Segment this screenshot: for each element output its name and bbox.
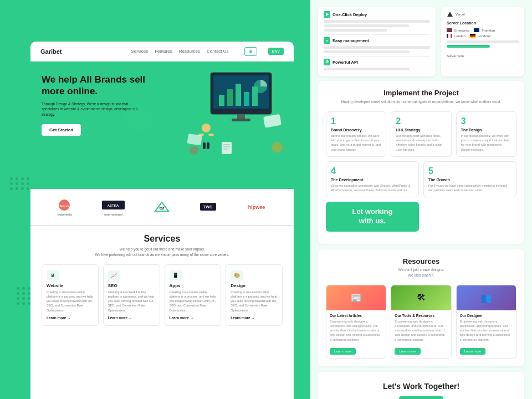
step-3-number: 3	[461, 116, 511, 126]
service-name-website: Website	[47, 283, 94, 288]
nav-link-services[interactable]: Services	[131, 49, 149, 54]
designer-content: Our Designer Empowering web designers, d…	[457, 310, 516, 358]
server-row-1: Enterprise Frankfurt	[447, 28, 519, 32]
flag-uk	[474, 28, 479, 32]
deploy-card-2-title: ≡ Easy management	[324, 37, 430, 44]
design-icon: 🎨	[231, 270, 243, 280]
steps-grid: 1 Brand Discovery Before starting any pr…	[326, 111, 516, 157]
deploy-line-1	[324, 20, 430, 23]
svg-rect-14	[203, 142, 206, 149]
step-5-title: The Growth	[428, 178, 511, 182]
services-subtitle: We help you to get it out there and make…	[42, 247, 283, 258]
let-working-card: Let workingwith us.	[326, 202, 419, 232]
implement-section: Implement the Project Having developed s…	[318, 81, 524, 244]
designer-name: Our Designer	[460, 314, 513, 318]
left-panel: Garibet Services Features Resources Cont…	[0, 0, 310, 399]
step-4: 4 The Development Since we specialize sp…	[326, 161, 419, 198]
manage-line-2	[324, 50, 409, 53]
step-2-title: UI & Strategy	[396, 128, 446, 132]
server-frankfurt: Frankfurt	[482, 29, 495, 32]
implement-subtitle: Having developed smart solutions for num…	[326, 99, 516, 105]
logo-astra: ASTRA international	[101, 198, 126, 216]
service-name-seo: SEO	[108, 283, 155, 288]
steps-bottom: 4 The Development Since we specialize sp…	[326, 161, 516, 232]
svg-marker-35	[447, 12, 453, 17]
service-card-apps: 📱 Apps Creating a successful online plat…	[165, 264, 222, 326]
logo-hipwee: hipwee	[244, 200, 269, 214]
nav-link-contact[interactable]: Contact Us	[207, 49, 229, 54]
hero-cta-button[interactable]: Get Started	[42, 124, 81, 136]
right-panel: ▶ One-Click Deploy ≡ Easy management ⚙ P…	[310, 0, 532, 399]
deploy-icon: ▶	[324, 11, 330, 18]
cta-button[interactable]: Get Started	[399, 396, 443, 399]
website-card: Garibet Services Features Resources Cont…	[30, 42, 294, 399]
step-2-desc: Our designs start with user flows, wiref…	[396, 134, 446, 152]
designer-btn[interactable]: Learn more	[460, 348, 486, 355]
service-desc-website: Creating a successful online platform is…	[47, 290, 94, 313]
server-size-bar	[447, 40, 519, 43]
svg-text:taf: taf	[160, 206, 165, 210]
designer-desc: Empowering web designers, developers, an…	[460, 319, 513, 342]
seo-icon: 📈	[108, 270, 120, 280]
service-card-website: 🖥 Website Creating a successful online p…	[42, 264, 99, 326]
service-link-apps[interactable]: Learn more →	[170, 316, 217, 320]
hero-title: We help All Brands sell more online.	[42, 74, 152, 98]
deploy-line-2	[324, 24, 409, 27]
svg-rect-17	[187, 134, 202, 145]
nav-env-btn[interactable]: ENV	[268, 48, 284, 55]
deploy-card-3-title: ⚙ Powerful API	[324, 59, 430, 65]
implement-title: Implement the Project	[326, 89, 516, 97]
resource-card-articles: 📰 Our Latest Articles Empowering web des…	[326, 285, 386, 359]
service-name-apps: Apps	[170, 283, 217, 288]
articles-name: Our Latest Articles	[330, 314, 382, 318]
service-desc-design: Creating a successful online platform is…	[231, 290, 278, 313]
nav-link-resources[interactable]: Resources	[179, 49, 200, 54]
server-london2: London2	[478, 34, 490, 38]
services-section: Services We help you to get it out there…	[30, 226, 294, 334]
step-1-number: 1	[331, 116, 381, 126]
logo-twc: TWC	[198, 200, 218, 214]
service-card-seo: 📈 SEO Creating a successful online platf…	[103, 264, 160, 326]
server-london: London	[454, 34, 466, 38]
step-3: 3 The Design In our design process, we w…	[456, 111, 516, 157]
flag-us	[447, 28, 452, 32]
cta-section: Let's Work Together! Get Started	[318, 372, 524, 399]
card-nav-links: Services Features Resources Contact Us	[131, 49, 229, 54]
service-link-seo[interactable]: Learn more →	[108, 316, 155, 320]
server-enterprise: Enterprise	[454, 29, 469, 32]
api-icon: ⚙	[324, 59, 330, 65]
deploy-cards-stack: ▶ One-Click Deploy ≡ Easy management ⚙ P…	[318, 7, 436, 76]
step-5-desc: For 5 years we have been successfully he…	[428, 183, 511, 193]
website-icon: 🖥	[47, 270, 59, 280]
server-location-card: Vercel Server Location Enterprise Frankf…	[441, 7, 524, 76]
card-nav-logo: Garibet	[40, 48, 62, 55]
logo-telkom: Telkom Indonesia	[55, 198, 74, 216]
manage-icon: ≡	[324, 37, 330, 44]
step-1-title: Brand Discovery	[331, 128, 381, 132]
resource-card-tools: 🛠 Our Tools & Resources Empowering web d…	[391, 285, 451, 359]
step-4-title: The Development	[331, 178, 414, 182]
step-5: 5 The Growth For 5 years we have been su…	[423, 161, 516, 198]
let-working-text: Let workingwith us.	[352, 207, 393, 226]
service-link-website[interactable]: Learn more →	[47, 316, 94, 320]
step-3-desc: In our design process, we work with you …	[461, 134, 511, 152]
service-link-design[interactable]: Learn more →	[231, 316, 278, 320]
step-4-desc: Since we specialize specifically with Sh…	[331, 183, 414, 193]
nav-link-features[interactable]: Features	[155, 49, 172, 54]
nav-icon-btn[interactable]: ▣	[244, 47, 257, 56]
svg-rect-13	[208, 134, 214, 136]
right-top-cards: ▶ One-Click Deploy ≡ Easy management ⚙ P…	[310, 0, 532, 81]
tools-name: Our Tools & Resources	[395, 314, 447, 318]
articles-btn[interactable]: Learn more	[330, 348, 356, 355]
tools-btn[interactable]: Learn more	[395, 348, 421, 355]
card-hero: We help All Brands sell more online. Thr…	[30, 62, 294, 189]
deploy-card-1-title: ▶ One-Click Deploy	[324, 11, 430, 18]
svg-rect-15	[207, 142, 209, 149]
cta-title: Let's Work Together!	[328, 382, 514, 391]
svg-rect-20	[223, 144, 230, 145]
deploy-line-3	[324, 29, 387, 32]
articles-desc: Empowering web designers, developers, an…	[330, 319, 382, 342]
flag-de	[470, 34, 475, 38]
manage-line-1	[324, 46, 430, 49]
svg-text:ASTRA: ASTRA	[108, 204, 119, 207]
